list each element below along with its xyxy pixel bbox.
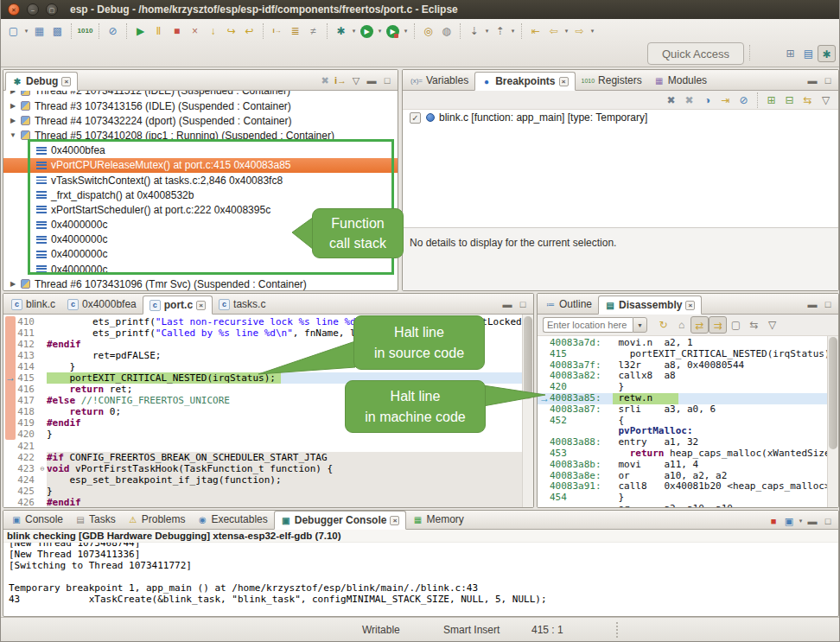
- tab-0x4000bfea[interactable]: c0x4000bfea: [61, 295, 143, 314]
- maximize-icon[interactable]: □: [820, 296, 836, 313]
- skip-all-breakpoints-icon[interactable]: ⊘: [735, 92, 753, 109]
- tab-close-icon[interactable]: ×: [390, 516, 399, 525]
- disassembly-scrollbar[interactable]: [827, 336, 838, 507]
- search-icon[interactable]: ◍: [437, 22, 455, 40]
- disassembly-line[interactable]: 40083a85: retw.n: [538, 393, 838, 404]
- go-to-file-icon[interactable]: ⇥: [716, 92, 735, 109]
- minimize-icon[interactable]: ▬: [805, 296, 820, 313]
- instruction-stepping-icon[interactable]: i→: [268, 22, 286, 40]
- view-menu-icon[interactable]: ▽: [817, 92, 835, 109]
- show-breakpoints-for-icon[interactable]: ◑: [698, 92, 716, 109]
- tab-close-icon[interactable]: ×: [685, 301, 695, 310]
- disassembly-line[interactable]: 40083a8b: movi a11, 4: [538, 460, 838, 471]
- resume-icon[interactable]: ▶: [131, 22, 150, 40]
- terminate-icon[interactable]: ■: [766, 512, 781, 530]
- show-full-paths-icon[interactable]: ≣: [286, 22, 304, 40]
- expand-all-icon[interactable]: ⊞: [762, 92, 780, 109]
- save-all-icon[interactable]: ▩: [48, 22, 67, 40]
- tab-breakpoints[interactable]: ●Breakpoints×: [474, 72, 575, 91]
- dropdown-arrow-icon[interactable]: ▾: [563, 28, 570, 35]
- window-minimize-icon[interactable]: –: [27, 3, 39, 16]
- terminate-icon[interactable]: ■: [168, 22, 186, 40]
- forward-icon[interactable]: ⇨: [570, 22, 589, 40]
- window-close-icon[interactable]: ✕: [8, 3, 20, 16]
- new-wizard-icon[interactable]: ▢: [4, 22, 22, 40]
- tab-executables[interactable]: ◉Executables: [191, 510, 273, 529]
- breakpoint-list-item[interactable]: ✓ blink.c [function: app_main] [type: Te…: [403, 110, 838, 125]
- tab-close-icon[interactable]: ×: [61, 77, 71, 86]
- tab-outline[interactable]: ≔Outline: [539, 295, 598, 314]
- use-step-filters-icon[interactable]: ≠: [304, 22, 322, 40]
- skip-all-breakpoints-icon[interactable]: ⊘: [104, 22, 122, 40]
- display-selected-console-icon[interactable]: ▣: [781, 512, 797, 530]
- stack-frame-row[interactable]: 0x4000bfea: [3, 143, 398, 158]
- expander-icon[interactable]: ▶: [7, 91, 19, 95]
- tab-close-icon[interactable]: ×: [196, 301, 206, 310]
- debug-perspective-icon[interactable]: ✱: [818, 45, 836, 62]
- breakpoint-checkbox[interactable]: ✓: [410, 112, 421, 124]
- tab-modules[interactable]: ▦Modules: [648, 71, 713, 90]
- dropdown-arrow-icon[interactable]: ▾: [483, 28, 491, 35]
- step-into-icon[interactable]: ↓: [204, 22, 222, 40]
- tab-tasks[interactable]: ▤Tasks: [69, 510, 122, 529]
- code-line[interactable]: 424 esp_set_breakpoint_if_jtag(function)…: [3, 474, 533, 486]
- tab-port-c[interactable]: cport.c×: [143, 296, 213, 315]
- disassembly-listing[interactable]: → 40083a7d: movi.n a2, 1415 portEXIT_CRI…: [538, 336, 838, 507]
- window-maximize-icon[interactable]: ▢: [46, 3, 58, 16]
- tab-close-icon[interactable]: ×: [559, 77, 569, 86]
- minimize-icon[interactable]: ▬: [805, 72, 820, 89]
- view-menu-icon[interactable]: ▽: [763, 316, 781, 334]
- minimize-icon[interactable]: ▬: [364, 72, 379, 89]
- track-current-pc-icon[interactable]: ⇉: [709, 316, 727, 334]
- link-with-debug-icon[interactable]: ⇆: [799, 92, 817, 109]
- dropdown-arrow-icon[interactable]: ▾: [376, 28, 384, 35]
- maximize-icon[interactable]: □: [515, 296, 531, 313]
- home-icon[interactable]: ⌂: [672, 316, 690, 334]
- remove-all-breakpoints-icon[interactable]: ✖: [680, 92, 698, 109]
- code-line[interactable]: 421: [3, 441, 533, 452]
- code-line[interactable]: 423⊖void vPortFirstTaskHook(TaskFunction…: [3, 463, 533, 474]
- dropdown-arrow-icon[interactable]: ▾: [797, 518, 805, 524]
- dropdown-arrow-icon[interactable]: ▾: [350, 28, 358, 35]
- binary-display-icon[interactable]: 1010: [76, 22, 94, 40]
- tab-disassembly[interactable]: ▤Disassembly×: [598, 296, 702, 315]
- minimize-icon[interactable]: ▬: [805, 512, 820, 530]
- save-icon[interactable]: ▦: [30, 22, 48, 40]
- disassembly-scrollbar-thumb[interactable]: [829, 337, 837, 449]
- open-new-view-icon[interactable]: ▢: [727, 316, 745, 334]
- tab-problems[interactable]: ⚠Problems: [122, 510, 192, 529]
- expander-icon[interactable]: ▼: [7, 131, 19, 139]
- tab-memory[interactable]: ▦Memory: [406, 510, 469, 529]
- disassembly-line[interactable]: 453 return heap_caps_malloc(xWantedSize: [538, 448, 838, 460]
- debug-thread-row[interactable]: ▶Thread #6 1073431096 (Tmr Svc) (Suspend…: [3, 277, 398, 291]
- view-menu-icon[interactable]: ▽: [348, 72, 364, 89]
- tab-debugger-console[interactable]: ▣Debugger Console×: [274, 511, 407, 530]
- debug-thread-row[interactable]: ▶Thread #3 1073413156 (IDLE) (Suspended …: [3, 99, 398, 113]
- cpp-perspective-icon[interactable]: ▤: [799, 45, 818, 62]
- editor-scrollbar[interactable]: [522, 315, 533, 507]
- debug-thread-row[interactable]: ▶Thread #4 1073432224 (dport) (Suspended…: [3, 113, 398, 128]
- refresh-icon[interactable]: ↻: [654, 316, 672, 334]
- back-icon[interactable]: ⇦: [544, 22, 563, 40]
- tab-debug[interactable]: ✱Debug×: [5, 72, 78, 91]
- open-element-icon[interactable]: ◎: [419, 22, 437, 40]
- maximize-icon[interactable]: □: [820, 72, 836, 89]
- code-line[interactable]: 426#endif: [3, 497, 533, 507]
- location-dropdown-icon[interactable]: ▼: [633, 317, 647, 333]
- run-icon[interactable]: ▶: [360, 25, 373, 38]
- maximize-icon[interactable]: □: [820, 512, 836, 530]
- sync-with-selection-icon[interactable]: ⇄: [690, 316, 709, 334]
- code-line[interactable]: 422#if CONFIG_FREERTOS_BREAK_ON_SCHEDULE…: [3, 452, 533, 463]
- expander-icon[interactable]: ▶: [7, 117, 19, 124]
- dropdown-arrow-icon[interactable]: ▾: [22, 28, 30, 35]
- external-tools-icon[interactable]: ▶: [386, 25, 399, 38]
- pin-view-icon[interactable]: ⇆: [745, 316, 763, 334]
- open-perspective-icon[interactable]: ⊞: [781, 45, 799, 62]
- stack-frame-row[interactable]: 0x4000000c: [3, 262, 398, 277]
- disconnect-icon[interactable]: ×: [186, 22, 204, 40]
- disassembly-line[interactable]: or a2, a10, a10: [538, 504, 838, 507]
- next-annotation-icon[interactable]: ⇣: [465, 22, 483, 40]
- maximize-icon[interactable]: □: [379, 72, 395, 89]
- remove-breakpoint-icon[interactable]: ✖: [662, 92, 680, 109]
- tab-variables[interactable]: (x)=Variables: [404, 71, 474, 90]
